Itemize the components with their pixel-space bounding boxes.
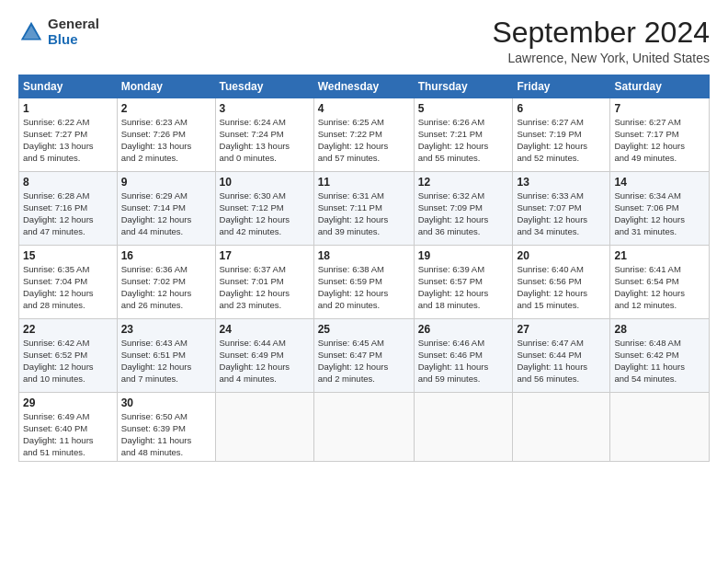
logo: General Blue <box>18 17 99 47</box>
calendar-header-row: SundayMondayTuesdayWednesdayThursdayFrid… <box>19 75 710 98</box>
day-number: 29 <box>23 396 113 409</box>
day-number: 2 <box>121 102 211 115</box>
day-number: 27 <box>517 323 606 336</box>
calendar-cell: 20Sunrise: 6:40 AM Sunset: 6:56 PM Dayli… <box>513 246 610 319</box>
day-number: 8 <box>23 176 113 189</box>
calendar-cell: 21Sunrise: 6:41 AM Sunset: 6:54 PM Dayli… <box>610 246 710 319</box>
calendar-week-row: 29Sunrise: 6:49 AM Sunset: 6:40 PM Dayli… <box>19 393 710 462</box>
day-number: 15 <box>23 249 113 262</box>
day-info: Sunrise: 6:37 AM Sunset: 7:01 PM Dayligh… <box>220 264 310 311</box>
header-cell-tuesday: Tuesday <box>215 75 313 98</box>
calendar-cell: 24Sunrise: 6:44 AM Sunset: 6:49 PM Dayli… <box>215 319 313 393</box>
day-info: Sunrise: 6:34 AM Sunset: 7:06 PM Dayligh… <box>614 190 705 237</box>
calendar-week-row: 22Sunrise: 6:42 AM Sunset: 6:52 PM Dayli… <box>19 319 710 393</box>
header-cell-saturday: Saturday <box>610 75 710 98</box>
calendar-cell: 1Sunrise: 6:22 AM Sunset: 7:27 PM Daylig… <box>19 98 118 172</box>
day-info: Sunrise: 6:27 AM Sunset: 7:17 PM Dayligh… <box>614 117 705 164</box>
day-info: Sunrise: 6:31 AM Sunset: 7:11 PM Dayligh… <box>318 190 410 237</box>
calendar-cell: 6Sunrise: 6:27 AM Sunset: 7:19 PM Daylig… <box>513 98 610 172</box>
day-number: 28 <box>614 323 705 336</box>
calendar-cell: 16Sunrise: 6:36 AM Sunset: 7:02 PM Dayli… <box>117 246 215 319</box>
day-info: Sunrise: 6:25 AM Sunset: 7:22 PM Dayligh… <box>318 117 410 164</box>
day-info: Sunrise: 6:40 AM Sunset: 6:56 PM Dayligh… <box>517 264 606 311</box>
calendar-cell: 7Sunrise: 6:27 AM Sunset: 7:17 PM Daylig… <box>610 98 710 172</box>
day-info: Sunrise: 6:43 AM Sunset: 6:51 PM Dayligh… <box>121 338 211 385</box>
calendar-cell <box>414 393 513 462</box>
day-number: 17 <box>220 249 310 262</box>
calendar-cell: 14Sunrise: 6:34 AM Sunset: 7:06 PM Dayli… <box>610 172 710 246</box>
day-number: 21 <box>614 249 705 262</box>
day-number: 30 <box>121 396 211 409</box>
day-number: 18 <box>318 249 410 262</box>
day-info: Sunrise: 6:49 AM Sunset: 6:40 PM Dayligh… <box>23 411 113 458</box>
day-number: 19 <box>418 249 509 262</box>
calendar-cell: 4Sunrise: 6:25 AM Sunset: 7:22 PM Daylig… <box>313 98 414 172</box>
day-info: Sunrise: 6:26 AM Sunset: 7:21 PM Dayligh… <box>418 117 509 164</box>
day-number: 24 <box>220 323 310 336</box>
calendar-cell: 18Sunrise: 6:38 AM Sunset: 6:59 PM Dayli… <box>313 246 414 319</box>
day-number: 14 <box>614 176 705 189</box>
calendar-cell: 2Sunrise: 6:23 AM Sunset: 7:26 PM Daylig… <box>117 98 215 172</box>
day-info: Sunrise: 6:22 AM Sunset: 7:27 PM Dayligh… <box>23 117 113 164</box>
calendar-cell: 26Sunrise: 6:46 AM Sunset: 6:46 PM Dayli… <box>414 319 513 393</box>
day-info: Sunrise: 6:30 AM Sunset: 7:12 PM Dayligh… <box>220 190 310 237</box>
day-number: 16 <box>121 249 211 262</box>
logo-blue: Blue <box>48 32 99 48</box>
calendar-cell: 10Sunrise: 6:30 AM Sunset: 7:12 PM Dayli… <box>215 172 313 246</box>
day-info: Sunrise: 6:32 AM Sunset: 7:09 PM Dayligh… <box>418 190 509 237</box>
day-number: 3 <box>220 102 310 115</box>
day-info: Sunrise: 6:35 AM Sunset: 7:04 PM Dayligh… <box>23 264 113 311</box>
header: General Blue September 2024 Lawrence, Ne… <box>18 17 710 65</box>
calendar-cell: 5Sunrise: 6:26 AM Sunset: 7:21 PM Daylig… <box>414 98 513 172</box>
calendar-cell: 22Sunrise: 6:42 AM Sunset: 6:52 PM Dayli… <box>19 319 118 393</box>
calendar: SundayMondayTuesdayWednesdayThursdayFrid… <box>18 75 710 462</box>
day-number: 25 <box>318 323 410 336</box>
day-info: Sunrise: 6:47 AM Sunset: 6:44 PM Dayligh… <box>517 338 606 385</box>
day-info: Sunrise: 6:38 AM Sunset: 6:59 PM Dayligh… <box>318 264 410 311</box>
day-info: Sunrise: 6:50 AM Sunset: 6:39 PM Dayligh… <box>121 411 211 458</box>
day-info: Sunrise: 6:41 AM Sunset: 6:54 PM Dayligh… <box>614 264 705 311</box>
day-number: 23 <box>121 323 211 336</box>
calendar-cell: 3Sunrise: 6:24 AM Sunset: 7:24 PM Daylig… <box>215 98 313 172</box>
day-number: 1 <box>23 102 113 115</box>
day-info: Sunrise: 6:46 AM Sunset: 6:46 PM Dayligh… <box>418 338 509 385</box>
header-cell-thursday: Thursday <box>414 75 513 98</box>
calendar-cell: 11Sunrise: 6:31 AM Sunset: 7:11 PM Dayli… <box>313 172 414 246</box>
title-block: September 2024 Lawrence, New York, Unite… <box>492 17 710 65</box>
page: General Blue September 2024 Lawrence, Ne… <box>0 0 728 563</box>
day-number: 13 <box>517 176 606 189</box>
calendar-week-row: 15Sunrise: 6:35 AM Sunset: 7:04 PM Dayli… <box>19 246 710 319</box>
day-number: 11 <box>318 176 410 189</box>
calendar-week-row: 8Sunrise: 6:28 AM Sunset: 7:16 PM Daylig… <box>19 172 710 246</box>
logo-text: General Blue <box>48 17 99 47</box>
day-info: Sunrise: 6:44 AM Sunset: 6:49 PM Dayligh… <box>220 338 310 385</box>
calendar-cell <box>513 393 610 462</box>
day-info: Sunrise: 6:29 AM Sunset: 7:14 PM Dayligh… <box>121 190 211 237</box>
day-info: Sunrise: 6:33 AM Sunset: 7:07 PM Dayligh… <box>517 190 606 237</box>
logo-general: General <box>48 17 99 32</box>
day-info: Sunrise: 6:42 AM Sunset: 6:52 PM Dayligh… <box>23 338 113 385</box>
header-cell-sunday: Sunday <box>19 75 118 98</box>
day-info: Sunrise: 6:27 AM Sunset: 7:19 PM Dayligh… <box>517 117 606 164</box>
day-info: Sunrise: 6:28 AM Sunset: 7:16 PM Dayligh… <box>23 190 113 237</box>
calendar-cell: 15Sunrise: 6:35 AM Sunset: 7:04 PM Dayli… <box>19 246 118 319</box>
calendar-cell: 9Sunrise: 6:29 AM Sunset: 7:14 PM Daylig… <box>117 172 215 246</box>
calendar-cell: 27Sunrise: 6:47 AM Sunset: 6:44 PM Dayli… <box>513 319 610 393</box>
day-info: Sunrise: 6:45 AM Sunset: 6:47 PM Dayligh… <box>318 338 410 385</box>
header-cell-monday: Monday <box>117 75 215 98</box>
day-number: 12 <box>418 176 509 189</box>
day-number: 4 <box>318 102 410 115</box>
day-number: 26 <box>418 323 509 336</box>
subtitle: Lawrence, New York, United States <box>492 51 710 65</box>
day-number: 5 <box>418 102 509 115</box>
day-info: Sunrise: 6:39 AM Sunset: 6:57 PM Dayligh… <box>418 264 509 311</box>
calendar-cell: 19Sunrise: 6:39 AM Sunset: 6:57 PM Dayli… <box>414 246 513 319</box>
calendar-cell <box>215 393 313 462</box>
calendar-cell: 30Sunrise: 6:50 AM Sunset: 6:39 PM Dayli… <box>117 393 215 462</box>
header-cell-friday: Friday <box>513 75 610 98</box>
calendar-cell: 29Sunrise: 6:49 AM Sunset: 6:40 PM Dayli… <box>19 393 118 462</box>
day-info: Sunrise: 6:24 AM Sunset: 7:24 PM Dayligh… <box>220 117 310 164</box>
day-number: 20 <box>517 249 606 262</box>
day-number: 6 <box>517 102 606 115</box>
calendar-cell: 8Sunrise: 6:28 AM Sunset: 7:16 PM Daylig… <box>19 172 118 246</box>
